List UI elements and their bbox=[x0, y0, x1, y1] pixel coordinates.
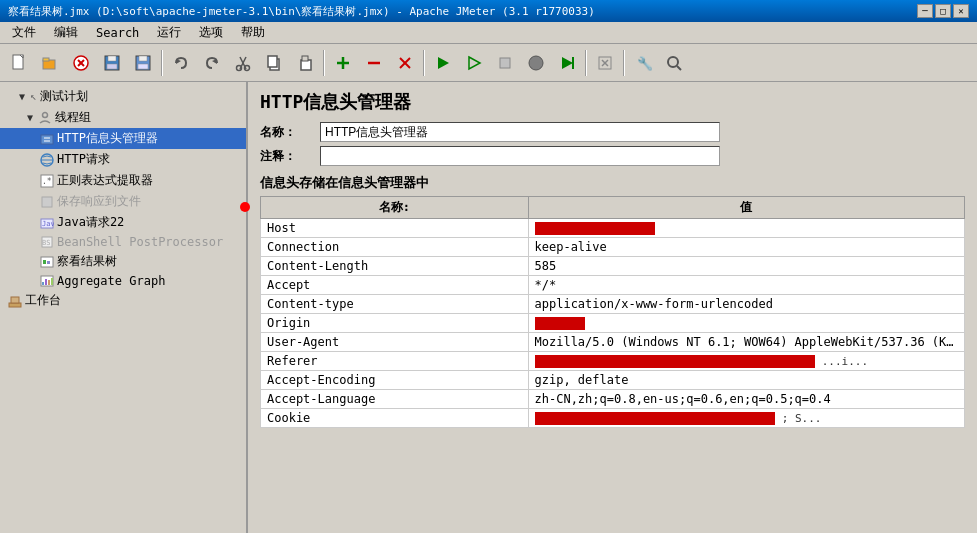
http-header-mgr-label: HTTP信息头管理器 bbox=[57, 130, 158, 147]
menu-bar: 文件 编辑 Search 运行 选项 帮助 bbox=[0, 22, 977, 44]
row-value: ; S... bbox=[528, 409, 964, 428]
table-row[interactable]: Host bbox=[261, 219, 965, 238]
force-stop-button[interactable] bbox=[521, 48, 551, 78]
menu-help[interactable]: 帮助 bbox=[233, 22, 273, 43]
table-row[interactable]: Origin bbox=[261, 314, 965, 333]
separator-1 bbox=[161, 50, 163, 76]
maximize-button[interactable]: □ bbox=[935, 4, 951, 18]
paste-button[interactable] bbox=[290, 48, 320, 78]
java-request-icon: Jav bbox=[40, 216, 54, 230]
redo-button[interactable] bbox=[197, 48, 227, 78]
redbar-referer bbox=[535, 355, 815, 368]
svg-rect-56 bbox=[42, 282, 44, 285]
run-button[interactable] bbox=[428, 48, 458, 78]
svg-marker-31 bbox=[562, 57, 573, 69]
func-helper-button[interactable]: 🔧 bbox=[628, 48, 658, 78]
svg-rect-58 bbox=[48, 280, 50, 285]
menu-file[interactable]: 文件 bbox=[4, 22, 44, 43]
svg-point-16 bbox=[237, 65, 242, 70]
table-row[interactable]: User-Agent Mozilla/5.0 (Windows NT 6.1; … bbox=[261, 333, 965, 352]
java-request-label: Java请求22 bbox=[57, 214, 124, 231]
save-button[interactable] bbox=[97, 48, 127, 78]
aggregate-graph-label: Aggregate Graph bbox=[57, 274, 165, 288]
svg-rect-11 bbox=[138, 64, 148, 69]
row-name: Content-type bbox=[261, 295, 529, 314]
help-search-button[interactable] bbox=[659, 48, 689, 78]
row-value: 585 bbox=[528, 257, 964, 276]
svg-rect-60 bbox=[9, 303, 21, 307]
separator-3 bbox=[423, 50, 425, 76]
menu-search[interactable]: Search bbox=[88, 24, 147, 42]
tree-item-thread-group[interactable]: ▼ 线程组 bbox=[0, 107, 246, 128]
comments-row: 注释： bbox=[260, 146, 965, 166]
tree-item-beanshell[interactable]: BS BeanShell PostProcessor bbox=[0, 233, 246, 251]
svg-rect-59 bbox=[51, 278, 53, 285]
comments-input[interactable] bbox=[320, 146, 720, 166]
close-button[interactable]: ✕ bbox=[953, 4, 969, 18]
clear-button[interactable] bbox=[390, 48, 420, 78]
menu-options[interactable]: 选项 bbox=[191, 22, 231, 43]
tree-item-view-results[interactable]: 察看结果树 bbox=[0, 251, 246, 272]
table-row[interactable]: Accept */* bbox=[261, 276, 965, 295]
tree-panel: ▼ ↖ 测试计划 ▼ 线程组 HTTP信息头管理器 HTTP请求 .* 正则表达… bbox=[0, 82, 248, 533]
tree-item-http-header-mgr[interactable]: HTTP信息头管理器 bbox=[0, 128, 246, 149]
start-remote-button[interactable] bbox=[552, 48, 582, 78]
header-mgr-icon bbox=[40, 132, 54, 146]
close-file-button[interactable] bbox=[66, 48, 96, 78]
svg-text:.*: .* bbox=[42, 177, 52, 186]
name-input[interactable] bbox=[320, 122, 720, 142]
tree-item-save-response[interactable]: 保存响应到文件 bbox=[0, 191, 246, 212]
new-button[interactable] bbox=[4, 48, 34, 78]
table-row[interactable]: Content-Length 585 bbox=[261, 257, 965, 276]
col-value-header: 值 bbox=[528, 197, 964, 219]
table-row[interactable]: Connection keep-alive bbox=[261, 238, 965, 257]
stop-button[interactable] bbox=[490, 48, 520, 78]
open-button[interactable] bbox=[35, 48, 65, 78]
tree-item-test-plan[interactable]: ▼ ↖ 测试计划 bbox=[0, 86, 246, 107]
row-name: Referer bbox=[261, 352, 529, 371]
row-name: Content-Length bbox=[261, 257, 529, 276]
red-marker bbox=[240, 202, 250, 212]
add-node-button[interactable] bbox=[328, 48, 358, 78]
table-row[interactable]: Accept-Language zh-CN,zh;q=0.8,en-us;q=0… bbox=[261, 390, 965, 409]
redbar-cookie bbox=[535, 412, 775, 425]
table-row[interactable]: Accept-Encoding gzip, deflate bbox=[261, 371, 965, 390]
svg-point-39 bbox=[43, 112, 48, 117]
start-no-pause-button[interactable] bbox=[459, 48, 489, 78]
table-row[interactable]: Content-type application/x-www-form-urle… bbox=[261, 295, 965, 314]
minimize-button[interactable]: ─ bbox=[917, 4, 933, 18]
svg-rect-57 bbox=[45, 279, 47, 285]
http-request-icon bbox=[40, 153, 54, 167]
window-title: 察看结果树.jmx (D:\soft\apache-jmeter-3.1\bin… bbox=[8, 4, 595, 19]
table-row[interactable]: Referer ...i... bbox=[261, 352, 965, 371]
beanshell-label: BeanShell PostProcessor bbox=[57, 235, 223, 249]
svg-marker-28 bbox=[469, 57, 480, 69]
referer-suffix: ...i... bbox=[822, 355, 868, 368]
clear-all-button[interactable] bbox=[590, 48, 620, 78]
regex-icon: .* bbox=[40, 174, 54, 188]
svg-point-17 bbox=[245, 65, 250, 70]
tree-item-aggregate-graph[interactable]: Aggregate Graph bbox=[0, 272, 246, 290]
save-as-button[interactable] bbox=[128, 48, 158, 78]
menu-run[interactable]: 运行 bbox=[149, 22, 189, 43]
tree-item-workbench[interactable]: 工作台 bbox=[0, 290, 246, 311]
cursor-icon: ↖ bbox=[30, 90, 37, 103]
right-panel: HTTP信息头管理器 名称： 注释： 信息头存储在信息头管理器中 名称: 值 H… bbox=[248, 82, 977, 533]
undo-button[interactable] bbox=[166, 48, 196, 78]
row-value: gzip, deflate bbox=[528, 371, 964, 390]
row-name: Accept bbox=[261, 276, 529, 295]
section-title: 信息头存储在信息头管理器中 bbox=[260, 174, 965, 192]
copy-button[interactable] bbox=[259, 48, 289, 78]
tree-item-regex-extractor[interactable]: .* 正则表达式提取器 bbox=[0, 170, 246, 191]
row-value: keep-alive bbox=[528, 238, 964, 257]
remove-node-button[interactable] bbox=[359, 48, 389, 78]
menu-edit[interactable]: 编辑 bbox=[46, 22, 86, 43]
panel-title: HTTP信息头管理器 bbox=[260, 90, 965, 114]
tree-item-java-request[interactable]: Jav Java请求22 bbox=[0, 212, 246, 233]
regex-label: 正则表达式提取器 bbox=[57, 172, 153, 189]
svg-rect-29 bbox=[500, 58, 510, 68]
tree-item-http-request[interactable]: HTTP请求 bbox=[0, 149, 246, 170]
cut-button[interactable] bbox=[228, 48, 258, 78]
row-value: */* bbox=[528, 276, 964, 295]
table-row[interactable]: Cookie ; S... bbox=[261, 409, 965, 428]
